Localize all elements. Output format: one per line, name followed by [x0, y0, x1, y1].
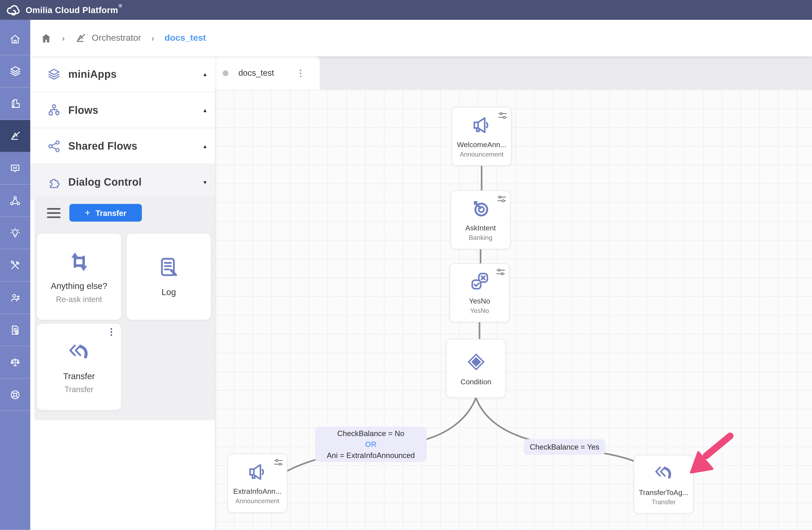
sliders-icon[interactable] — [497, 195, 507, 203]
card-title: Anything else? — [51, 281, 107, 291]
miniapp-card-transfer[interactable]: ⋮ Transfer Transfer — [37, 323, 121, 411]
caret-down-icon[interactable]: ▼ — [202, 179, 207, 185]
share-icon — [47, 139, 61, 153]
app-title: Omilia Cloud Platform — [26, 2, 118, 18]
yesno-icon — [469, 271, 490, 292]
lightbulb-icon — [10, 227, 21, 239]
rail-item-home[interactable] — [0, 23, 30, 55]
flow-canvas: docs_test ⋮ — [215, 56, 812, 530]
layers-icon — [9, 65, 21, 77]
scales-icon — [10, 357, 21, 368]
section-label: Flows — [68, 104, 99, 116]
rail-item-user-management[interactable] — [0, 282, 30, 314]
sidebar-section-miniapps[interactable]: miniApps ▲ — [30, 56, 215, 92]
top-bar: Omilia Cloud Platform ® — [0, 0, 812, 20]
transfer-icon — [67, 340, 91, 364]
rail-item-network[interactable] — [0, 185, 30, 217]
card-title: Transfer — [63, 371, 95, 381]
canvas-grid[interactable]: WelcomeAnn... Announcement AskIntent Ban… — [215, 90, 812, 530]
megaphone-icon — [471, 115, 492, 136]
repeat-icon — [67, 250, 91, 274]
tab-docs-test[interactable]: docs_test ⋮ — [215, 56, 320, 90]
caret-up-icon[interactable]: ▲ — [202, 143, 207, 149]
lifebuoy-icon — [10, 389, 21, 400]
log-icon — [157, 256, 181, 280]
registered-mark: ® — [119, 3, 122, 8]
flow-node-welcomeann[interactable]: WelcomeAnn... Announcement — [452, 107, 511, 166]
sidebar-section-shared-flows[interactable]: Shared Flows ▲ — [30, 128, 215, 164]
dialog-control-toolbar: + Transfer — [34, 197, 215, 229]
rail-item-blocks[interactable] — [0, 88, 30, 120]
plus-icon: + — [85, 208, 90, 217]
breadcrumb-item-current[interactable]: docs_test — [164, 33, 206, 43]
sidebar-section-dialog-control[interactable]: Dialog Control ▼ — [30, 164, 215, 200]
section-label: miniApps — [68, 68, 117, 80]
invoice-icon — [10, 324, 21, 335]
kebab-menu-icon[interactable]: ⋮ — [296, 68, 305, 78]
breadcrumb: › Orchestrator › docs_test — [30, 20, 812, 56]
tools-icon — [10, 259, 21, 271]
flow-tree-icon — [47, 103, 61, 117]
rail-item-miniapps[interactable] — [0, 55, 30, 88]
caret-up-icon[interactable]: ▲ — [202, 107, 207, 113]
left-rail — [0, 20, 30, 530]
transfer-icon — [653, 463, 674, 484]
network-triangle-icon — [10, 195, 21, 206]
card-subtitle: Re-ask intent — [56, 295, 102, 303]
rail-item-support[interactable] — [0, 378, 30, 411]
section-label: Dialog Control — [68, 176, 142, 188]
home-icon[interactable] — [41, 32, 52, 44]
caret-up-icon[interactable]: ▲ — [202, 71, 207, 77]
breadcrumb-item-orchestrator[interactable]: Orchestrator — [92, 33, 141, 43]
section-label: Shared Flows — [68, 140, 137, 152]
home-icon — [10, 33, 21, 45]
chat-bars-icon — [10, 162, 21, 174]
target-icon — [470, 198, 491, 219]
megaphone-icon — [247, 461, 268, 482]
blocks-icon — [10, 98, 21, 109]
miniapp-card-log[interactable]: Log — [126, 233, 211, 320]
dialog-control-popover: + Transfer Anything else? Re-ask intent … — [34, 197, 215, 420]
card-subtitle: Transfer — [65, 385, 93, 394]
rail-item-insights[interactable] — [0, 217, 30, 249]
diamond-icon — [465, 351, 487, 373]
flow-node-extrainfoann[interactable]: ExtraInfoAnn... Announcement — [227, 454, 287, 513]
or-operator: OR — [365, 439, 376, 450]
tab-strip: docs_test ⋮ — [215, 56, 812, 90]
add-transfer-button[interactable]: + Transfer — [69, 204, 142, 221]
rail-item-orchestrator[interactable] — [0, 120, 30, 152]
app-logo: Omilia Cloud Platform ® — [5, 2, 122, 18]
card-title: Log — [161, 287, 176, 297]
flow-node-askintent[interactable]: AskIntent Banking — [451, 190, 510, 249]
rail-item-tools[interactable] — [0, 249, 30, 282]
sliders-icon[interactable] — [498, 112, 508, 119]
layers-icon — [47, 67, 61, 81]
orchestrator-icon — [9, 130, 21, 142]
cloud-logo-icon — [5, 2, 21, 18]
rail-item-dialogs[interactable] — [0, 152, 30, 185]
rail-item-billing[interactable] — [0, 314, 30, 346]
breadcrumb-separator: › — [151, 33, 154, 42]
orchestrator-icon — [75, 32, 87, 44]
menu-icon[interactable] — [47, 208, 60, 218]
sliders-icon[interactable] — [496, 268, 506, 276]
kebab-menu-icon[interactable]: ⋮ — [107, 327, 116, 338]
people-swap-icon — [10, 292, 21, 303]
breadcrumb-separator: › — [62, 33, 65, 42]
edge-label-checkbalance-yes[interactable]: CheckBalance = Yes — [524, 439, 606, 455]
puzzle-icon — [47, 175, 61, 189]
miniapp-card-anything-else[interactable]: Anything else? Re-ask intent — [37, 233, 121, 320]
sliders-icon[interactable] — [274, 458, 283, 466]
edge-label-checkbalance-no[interactable]: CheckBalance = No OR Ani = ExtraInfoAnno… — [315, 427, 426, 462]
flow-node-condition[interactable]: Condition — [446, 339, 506, 398]
annotation-arrow-icon — [678, 430, 735, 477]
flow-node-yesno[interactable]: YesNo YesNo — [450, 263, 509, 322]
rail-item-compliance[interactable] — [0, 346, 30, 378]
sidebar-section-flows[interactable]: Flows ▲ — [30, 92, 215, 128]
status-dot — [223, 70, 228, 76]
